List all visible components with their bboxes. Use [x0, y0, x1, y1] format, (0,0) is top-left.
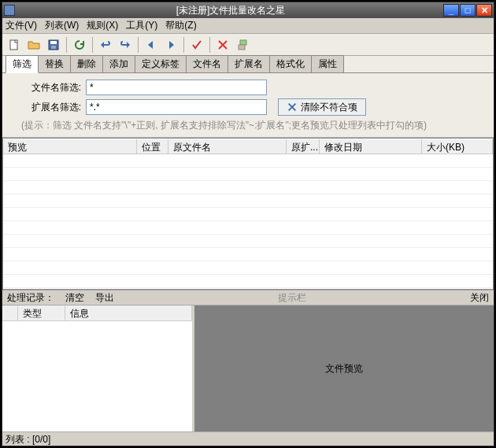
- list-body[interactable]: [3, 154, 493, 289]
- col-orig-name[interactable]: 原文件名: [168, 139, 287, 154]
- svg-rect-5: [239, 45, 245, 50]
- bottom-panel: 类型 信息 文件预览: [2, 305, 494, 431]
- clear-mismatch-label: 清除不符合项: [301, 101, 357, 114]
- col-preview[interactable]: 预览: [3, 139, 137, 154]
- tab-extension[interactable]: 扩展名: [228, 55, 270, 72]
- filename-filter-label: 文件名筛选:: [18, 81, 81, 94]
- log-clear-link[interactable]: 清空: [65, 291, 84, 305]
- log-export-link[interactable]: 导出: [95, 291, 114, 305]
- save-button[interactable]: [45, 36, 62, 54]
- tab-replace[interactable]: 替换: [38, 55, 71, 72]
- file-preview-label: 文件预览: [325, 362, 363, 376]
- col-mod-date[interactable]: 修改日期: [320, 139, 422, 154]
- menu-list[interactable]: 列表(W): [45, 19, 79, 32]
- menu-help[interactable]: 帮助(Z): [165, 19, 196, 32]
- open-button[interactable]: [25, 36, 43, 54]
- menu-rule[interactable]: 规则(X): [87, 19, 118, 32]
- tab-filter[interactable]: 筛选: [6, 55, 39, 73]
- tab-delete[interactable]: 删除: [70, 55, 103, 72]
- app-window: [未注册]文件批量改名之星 _ □ ✕ 文件(V) 列表(W) 规则(X) 工具…: [2, 2, 494, 446]
- file-preview-panel: 文件预览: [194, 305, 494, 431]
- separator-icon: [209, 37, 210, 53]
- menu-tool[interactable]: 工具(Y): [126, 19, 157, 32]
- window-title: [未注册]文件批量改名之星: [18, 4, 443, 17]
- col-size[interactable]: 大小(KB): [422, 139, 493, 154]
- log-col-info[interactable]: 信息: [65, 305, 192, 320]
- svg-rect-4: [240, 40, 246, 45]
- ext-filter-label: 扩展名筛选:: [18, 101, 81, 114]
- refresh-button[interactable]: [71, 36, 88, 54]
- prev-button[interactable]: [143, 36, 160, 54]
- hint-bar-label: 提示栏: [125, 291, 459, 305]
- svg-rect-2: [50, 41, 57, 44]
- svg-rect-0: [10, 40, 17, 50]
- tab-attribute[interactable]: 属性: [311, 55, 344, 72]
- separator-icon: [92, 37, 93, 53]
- log-col-type[interactable]: 类型: [18, 305, 65, 320]
- separator-icon: [183, 37, 184, 53]
- menu-file[interactable]: 文件(V): [6, 19, 37, 32]
- menubar: 文件(V) 列表(W) 规则(X) 工具(Y) 帮助(Z): [2, 18, 494, 34]
- close-button[interactable]: ✕: [476, 4, 492, 17]
- tab-define-tag[interactable]: 定义标签: [135, 55, 187, 72]
- mid-bar: 处理记录： 清空 导出 提示栏 关闭: [2, 290, 494, 305]
- midbar-close-link[interactable]: 关闭: [470, 291, 489, 305]
- col-orig-ext[interactable]: 原扩...: [287, 139, 320, 154]
- x-icon: [287, 102, 298, 113]
- edit-button[interactable]: [234, 36, 251, 54]
- tab-add[interactable]: 添加: [102, 55, 135, 72]
- clear-mismatch-button[interactable]: 清除不符合项: [278, 98, 366, 116]
- next-button[interactable]: [162, 36, 180, 54]
- minimize-button[interactable]: _: [443, 4, 459, 17]
- log-panel: 类型 信息: [2, 305, 194, 431]
- apply-button[interactable]: [188, 36, 205, 54]
- log-label: 处理记录：: [7, 291, 54, 305]
- list-header: 预览 位置 原文件名 原扩... 修改日期 大小(KB): [3, 139, 493, 154]
- separator-icon: [138, 37, 139, 53]
- log-header: 类型 信息: [2, 305, 192, 321]
- separator-icon: [66, 37, 67, 53]
- log-body[interactable]: [2, 321, 192, 431]
- delete-button[interactable]: [214, 36, 231, 54]
- tab-format[interactable]: 格式化: [269, 55, 312, 72]
- tabbar: 筛选 替换 删除 添加 定义标签 文件名 扩展名 格式化 属性: [2, 56, 494, 73]
- statusbar: 列表 : [0/0]: [2, 431, 494, 446]
- ext-filter-input[interactable]: [86, 99, 267, 115]
- tab-filename[interactable]: 文件名: [186, 55, 228, 72]
- main-list: 预览 位置 原文件名 原扩... 修改日期 大小(KB): [2, 138, 494, 290]
- titlebar[interactable]: [未注册]文件批量改名之星 _ □ ✕: [2, 2, 494, 18]
- undo-button[interactable]: [97, 36, 114, 54]
- filter-hint: (提示：筛选 文件名支持"\"+正则, 扩展名支持排除写法"~:扩展名";更名预…: [18, 119, 478, 132]
- svg-rect-3: [51, 46, 56, 49]
- app-icon: [4, 5, 15, 16]
- col-position[interactable]: 位置: [137, 139, 168, 154]
- filter-panel: 文件名筛选: 扩展名筛选: 清除不符合项 (提示：筛选 文件名支持"\"+正则,…: [2, 73, 494, 138]
- redo-button[interactable]: [117, 36, 134, 54]
- log-col-icon[interactable]: [2, 305, 18, 320]
- filename-filter-input[interactable]: [86, 80, 267, 95]
- new-button[interactable]: [6, 36, 23, 54]
- status-text: 列表 : [0/0]: [6, 434, 50, 445]
- toolbar: [2, 34, 494, 56]
- maximize-button[interactable]: □: [460, 4, 476, 17]
